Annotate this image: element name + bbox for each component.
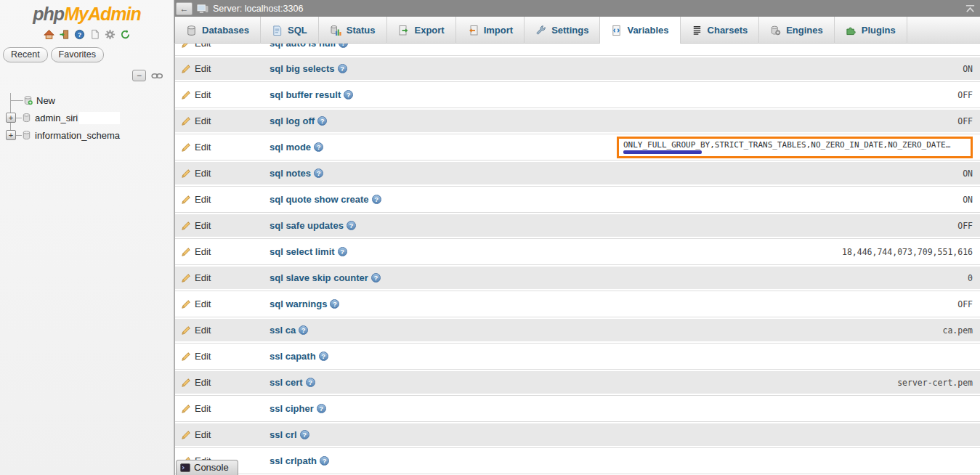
collapse-all-button[interactable]: − (132, 70, 146, 81)
edit-label: Edit (195, 63, 211, 74)
home-icon[interactable] (44, 29, 54, 40)
help-icon[interactable]: ? (371, 273, 381, 283)
docs-icon[interactable] (89, 29, 100, 40)
tree-item-label[interactable]: admin_siri (35, 113, 78, 123)
help-icon[interactable]: ? (372, 195, 381, 204)
edit-button[interactable]: Edit (175, 272, 270, 283)
help-icon[interactable]: ? (330, 299, 339, 309)
edit-pencil-icon (181, 325, 191, 336)
plugins-icon (846, 25, 857, 36)
edit-button[interactable]: Edit (175, 377, 270, 388)
variable-name: sql warnings (270, 299, 327, 309)
edit-button[interactable]: Edit (175, 194, 270, 205)
help-icon[interactable]: ? (320, 456, 329, 466)
edit-button[interactable]: Edit (175, 142, 270, 153)
edit-pencil-icon (181, 44, 191, 49)
edit-button[interactable]: Edit (175, 89, 270, 100)
edit-button[interactable]: Edit (175, 325, 270, 336)
export-icon (398, 25, 410, 36)
table-row: Editssl capath? (175, 344, 980, 370)
settings-icon[interactable] (105, 29, 116, 40)
help-icon[interactable]: ? (317, 116, 327, 126)
charsets-icon (692, 25, 702, 36)
tab-variables[interactable]: Variables (600, 17, 680, 44)
tree-item-label[interactable]: New (36, 95, 55, 106)
edit-button[interactable]: Edit (175, 220, 270, 231)
sidebar-tab-favorites[interactable]: Favorites (51, 47, 104, 62)
link-with-main-icon[interactable] (151, 72, 163, 80)
engines-icon (770, 25, 781, 36)
variable-name: sql safe updates (270, 220, 344, 231)
variable-value: 0 (617, 273, 980, 283)
variables-table: Editsql auto is null?Editsql big selects… (174, 44, 980, 475)
help-icon[interactable]: ? (314, 169, 323, 178)
help-icon[interactable]: ? (338, 64, 347, 73)
expand-icon[interactable]: + (6, 113, 16, 123)
help-icon[interactable]: ? (339, 44, 348, 48)
edit-label: Edit (195, 272, 211, 283)
edit-button[interactable]: Edit (175, 351, 270, 362)
database-tree: New+admin_siri+information_schema (4, 92, 174, 144)
tab-settings[interactable]: Settings (525, 17, 600, 44)
variable-name: ssl crl (270, 429, 297, 440)
sidebar-tab-recent[interactable]: Recent (3, 47, 48, 62)
edit-button[interactable]: Edit (175, 115, 270, 126)
tree-item-label[interactable]: information_schema (35, 130, 120, 141)
variable-name: ssl capath (270, 351, 316, 362)
reload-icon[interactable] (120, 29, 131, 40)
help-icon[interactable]: ? (314, 142, 323, 152)
server-icon (197, 4, 208, 14)
help-icon[interactable]: ? (306, 378, 315, 387)
edit-button[interactable]: Edit (175, 429, 270, 440)
tree-controls: − (0, 70, 163, 81)
sidebar: phpMyAdmin ? RecentFavorites − New+admin… (0, 0, 174, 475)
edit-button[interactable]: Edit (175, 63, 270, 74)
help-icon[interactable]: ? (344, 90, 353, 100)
tree-connector (16, 118, 22, 118)
help-icon[interactable]: ? (347, 221, 356, 230)
tab-label: Charsets (708, 25, 748, 36)
table-row: Editsql mode?ONLY_FULL_GROUP_BY,STRICT_T… (175, 134, 980, 161)
edit-pencil-icon (181, 404, 191, 414)
table-row: Editssl ca?ca.pem (175, 317, 980, 344)
tab-import[interactable]: Import (456, 17, 525, 44)
help-icon[interactable]: ? (74, 29, 85, 40)
tab-charsets[interactable]: Charsets (681, 17, 760, 44)
edit-button[interactable]: Edit (175, 299, 270, 309)
tree-item-admin-siri[interactable]: +admin_siri (4, 109, 174, 126)
table-row: Editsql log off?OFF (175, 108, 980, 134)
tab-export[interactable]: Export (387, 17, 456, 44)
edit-button[interactable]: Edit (175, 246, 270, 257)
edit-button[interactable]: Edit (175, 168, 270, 179)
expand-icon[interactable]: + (6, 130, 16, 140)
console-button[interactable]: Console (176, 460, 238, 475)
collapse-navigation-button[interactable]: ← (176, 2, 193, 15)
import-icon (467, 25, 479, 36)
table-row: Editsql buffer result?OFF (175, 82, 980, 108)
tab-label: SQL (288, 25, 307, 36)
edit-button[interactable]: Edit (175, 44, 270, 49)
edit-pencil-icon (181, 90, 191, 100)
tab-status[interactable]: Status (319, 17, 387, 44)
tab-databases[interactable]: Databases (175, 17, 261, 44)
help-icon[interactable]: ? (319, 352, 328, 361)
tree-item-information-schema[interactable]: +information_schema (4, 126, 174, 144)
logout-icon[interactable] (59, 29, 70, 40)
variable-value: OFF (617, 299, 980, 309)
variable-value: ON (617, 169, 980, 179)
help-icon[interactable]: ? (299, 325, 308, 335)
tab-plugins[interactable]: Plugins (835, 17, 907, 44)
variable-name: sql quote show create (270, 194, 369, 205)
tab-label: Settings (551, 25, 588, 36)
table-row: Editsql select limit?18,446,744,073,709,… (175, 239, 980, 265)
tab-engines[interactable]: Engines (759, 17, 835, 44)
help-icon[interactable]: ? (317, 404, 326, 413)
help-icon[interactable]: ? (300, 430, 309, 439)
table-row: Editssl cipher? (175, 396, 980, 422)
phpmyadmin-logo[interactable]: phpMyAdmin (0, 0, 174, 25)
scroll-top-icon[interactable] (965, 4, 976, 13)
tab-sql[interactable]: SQL (261, 17, 319, 44)
edit-button[interactable]: Edit (175, 403, 270, 414)
help-icon[interactable]: ? (338, 247, 347, 256)
tree-item-new[interactable]: New (4, 92, 174, 109)
